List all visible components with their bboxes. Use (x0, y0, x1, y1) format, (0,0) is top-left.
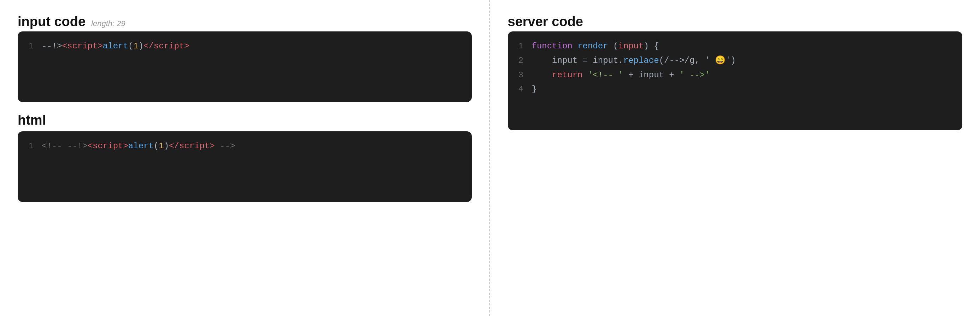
line-number: 1 (519, 39, 525, 54)
line-number: 2 (519, 54, 525, 68)
input-code-block: 1 --!><script>alert(1)</script> (18, 32, 472, 102)
server-line-4: 4 } (519, 82, 952, 97)
line-number: 4 (519, 82, 525, 97)
input-code-content: --!><script>alert(1)</script> (42, 39, 189, 54)
input-code-heading: input code length: 29 (18, 14, 472, 29)
html-title: html (18, 113, 472, 128)
server-code-line-2: input = input.replace(/-->/g, ' 😄') (532, 54, 736, 68)
server-code-line-1: function render (input) { (532, 39, 659, 54)
html-code-content: <!-- --!><script>alert(1)</script> --> (42, 139, 235, 154)
server-code-heading: server code (508, 14, 963, 29)
input-line-1: 1 --!><script>alert(1)</script> (28, 39, 461, 54)
server-line-1: 1 function render (input) { (519, 39, 952, 54)
html-line-1: 1 <!-- --!><script>alert(1)</script> --> (28, 139, 461, 154)
server-code-line-4: } (532, 82, 537, 97)
server-code-line-3: return '<!-- ' + input + ' -->' (532, 68, 710, 83)
input-code-title: input code (18, 14, 86, 29)
server-line-3: 3 return '<!-- ' + input + ' -->' (519, 68, 952, 83)
input-code-meta: length: 29 (91, 19, 126, 28)
server-code-title: server code (508, 14, 583, 29)
right-panel: server code 1 function render (input) { … (490, 0, 980, 316)
server-code-block: 1 function render (input) { 2 input = in… (508, 32, 963, 130)
html-code-block: 1 <!-- --!><script>alert(1)</script> --> (18, 131, 472, 202)
line-number: 3 (519, 68, 525, 83)
server-line-2: 2 input = input.replace(/-->/g, ' 😄') (519, 54, 952, 68)
line-number: 1 (28, 139, 35, 154)
line-number: 1 (28, 39, 35, 54)
left-panel: input code length: 29 1 --!><script>aler… (0, 0, 490, 316)
